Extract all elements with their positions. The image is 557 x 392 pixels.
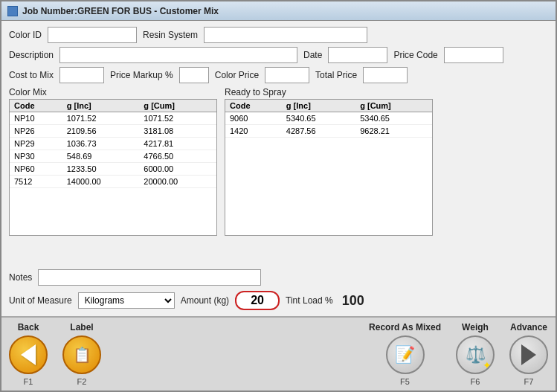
g-cum-cell: 4217.81 — [139, 138, 216, 150]
total-price-label: Total Price — [315, 70, 357, 80]
window-title: Job Number:GREEN FOR BUS - Customer Mix — [22, 6, 219, 16]
g-inc-cell: 1036.73 — [62, 138, 140, 150]
date-input[interactable]: 08/06/2012 — [328, 47, 387, 63]
color-mix-col-code: Code — [10, 100, 62, 112]
record-as-mixed-button[interactable]: Record As Mixed 📝 F5 — [369, 322, 441, 386]
g-cum-cell: 6000.00 — [139, 163, 216, 176]
code-cell: NP29 — [10, 138, 62, 150]
back-label: Back — [18, 322, 39, 332]
code-cell: NP26 — [10, 125, 62, 138]
g-inc-cell: 2109.56 — [62, 125, 140, 138]
unit-of-measure-label: Unit of Measure — [9, 295, 72, 306]
table-row: NP29 1036.73 4217.81 — [10, 138, 216, 150]
table-row: NP10 1071.52 1071.52 — [10, 112, 216, 125]
color-price-input[interactable]: n/a — [265, 67, 309, 83]
rts-col-code: Code — [225, 100, 282, 112]
g-inc-cell: 14000.00 — [62, 176, 140, 188]
cost-row: Cost to Mix n/a Price Markup % 0 Color P… — [9, 67, 548, 83]
label-label: Label — [70, 322, 93, 332]
table-row: 9060 5340.65 5340.65 — [225, 112, 432, 125]
amount-value[interactable]: 20 — [235, 291, 280, 310]
record-label: Record As Mixed — [369, 322, 441, 332]
g-cum-cell: 4766.50 — [139, 150, 216, 163]
g-cum-cell: 1071.52 — [139, 112, 216, 125]
back-btn-circle[interactable] — [9, 335, 48, 374]
weigh-button[interactable]: Weigh ⚖️ ✦ F6 — [456, 322, 495, 386]
advance-button[interactable]: Advance F7 — [509, 322, 548, 386]
g-inc-cell: 548.69 — [62, 150, 140, 163]
color-mix-col-g-cum: g [Cum] — [139, 100, 216, 112]
color-id-label: Color ID — [9, 30, 42, 40]
color-mix-col-g-inc: g [Inc] — [62, 100, 140, 112]
advance-arrow-icon — [521, 344, 536, 365]
color-id-row: Color ID C999900003001 Resin System 7-51… — [9, 27, 548, 43]
main-window: Job Number:GREEN FOR BUS - Customer Mix … — [0, 0, 557, 392]
rts-col-g-cum: g [Cum] — [355, 100, 432, 112]
footer: Back F1 Label 📋 F2 Record As Mixed 📝 F5 … — [1, 316, 556, 391]
code-cell: 9060 — [225, 112, 282, 125]
label-key: F2 — [77, 377, 87, 386]
color-mix-table: Code g [Inc] g [Cum] NP10 1071.52 1071.5… — [9, 99, 217, 236]
price-markup-label: Price Markup % — [110, 70, 173, 80]
g-cum-cell: 9628.21 — [355, 125, 432, 138]
cost-to-mix-input[interactable]: n/a — [59, 67, 104, 83]
tables-area: Color Mix Code g [Inc] g [Cum] NP10 10 — [9, 87, 548, 266]
back-button[interactable]: Back F1 — [9, 322, 48, 386]
rts-col-g-inc: g [Inc] — [282, 100, 355, 112]
weigh-key: F6 — [471, 377, 480, 386]
advance-btn-circle[interactable] — [509, 335, 548, 374]
tint-load-label: Tint Load % — [286, 295, 333, 306]
price-code-input[interactable] — [444, 47, 503, 63]
weigh-btn-circle[interactable]: ⚖️ ✦ — [456, 335, 495, 374]
total-price-input[interactable]: n/a — [363, 67, 408, 83]
label-btn-circle[interactable]: 📋 — [62, 335, 101, 374]
back-key: F1 — [24, 377, 33, 386]
code-cell: NP60 — [10, 163, 62, 176]
amount-label: Amount (kg) — [181, 295, 229, 306]
color-mix-label: Color Mix — [9, 87, 217, 97]
ready-to-spray-section: Ready to Spray Code g [Inc] g [Cum] 9060 — [225, 87, 433, 236]
notes-input[interactable] — [38, 269, 261, 286]
description-row: Description GREEN FOR BUS Date 08/06/201… — [9, 47, 548, 63]
advance-label: Advance — [510, 322, 547, 332]
g-inc-cell: 5340.65 — [282, 112, 355, 125]
description-label: Description — [9, 50, 54, 60]
label-icon: 📋 — [73, 346, 91, 364]
code-cell: NP30 — [10, 150, 62, 163]
color-price-label: Color Price — [215, 70, 259, 80]
resin-system-input[interactable]: 7-512 - POLIURETANICO EXTRA — [204, 27, 367, 43]
ready-to-spray-label: Ready to Spray — [225, 87, 433, 97]
record-btn-circle[interactable]: 📝 — [386, 335, 425, 374]
color-id-input[interactable]: C999900003001 — [48, 27, 137, 43]
label-button[interactable]: Label 📋 F2 — [62, 322, 101, 386]
table-row: 7512 14000.00 20000.00 — [10, 176, 216, 188]
table-row: 1420 4287.56 9628.21 — [225, 125, 432, 138]
unit-of-measure-select[interactable]: Kilograms Grams Pounds — [78, 292, 175, 309]
notes-label: Notes — [9, 272, 32, 283]
g-cum-cell: 3181.08 — [139, 125, 216, 138]
resin-system-label: Resin System — [143, 30, 198, 40]
record-icon: 📝 — [395, 345, 415, 364]
g-inc-cell: 1071.52 — [62, 112, 140, 125]
tint-load-value: 100 — [342, 293, 364, 309]
price-code-label: Price Code — [393, 50, 437, 60]
price-markup-input[interactable]: 0 — [179, 67, 209, 83]
content-area: Color ID C999900003001 Resin System 7-51… — [1, 21, 556, 316]
notes-row: Notes — [9, 269, 548, 286]
table-row: NP26 2109.56 3181.08 — [10, 125, 216, 138]
color-mix-section: Color Mix Code g [Inc] g [Cum] NP10 10 — [9, 87, 217, 236]
weigh-label: Weigh — [462, 322, 489, 332]
title-bar: Job Number:GREEN FOR BUS - Customer Mix — [1, 1, 556, 21]
unit-of-measure-row: Unit of Measure Kilograms Grams Pounds A… — [9, 291, 548, 310]
sparkle-icon: ✦ — [483, 359, 492, 371]
description-input[interactable]: GREEN FOR BUS — [59, 47, 297, 63]
code-cell: NP10 — [10, 112, 62, 125]
date-label: Date — [303, 50, 322, 60]
ready-to-spray-table: Code g [Inc] g [Cum] 9060 5340.65 5340.6… — [225, 99, 433, 236]
app-icon — [7, 6, 18, 16]
code-cell: 1420 — [225, 125, 282, 138]
g-cum-cell: 20000.00 — [139, 176, 216, 188]
back-arrow-icon — [21, 344, 36, 365]
table-row: NP60 1233.50 6000.00 — [10, 163, 216, 176]
g-inc-cell: 4287.56 — [282, 125, 355, 138]
